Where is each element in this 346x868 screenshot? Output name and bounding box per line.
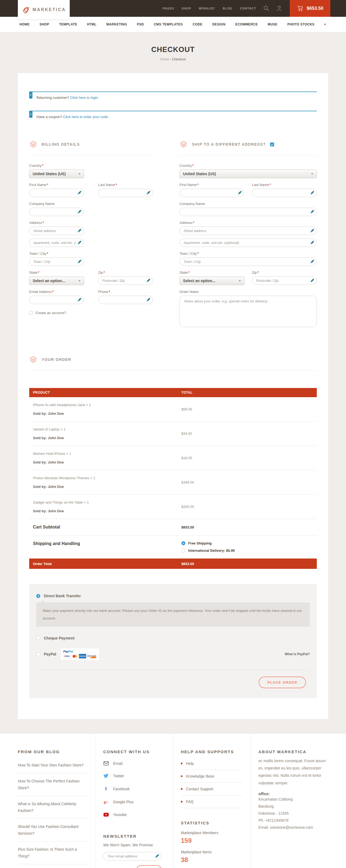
what-is-paypal-link[interactable]: What is PayPal? (285, 652, 310, 656)
header-nav-wishlist[interactable]: WISHLIST (199, 7, 215, 10)
place-order-button[interactable]: PLACE ORDER (259, 677, 306, 688)
search-icon[interactable] (263, 5, 269, 11)
edit-icon (310, 228, 314, 233)
free-shipping-label[interactable]: Free Shipping (188, 541, 212, 545)
blog-column-title: FROM OUR BLOG (18, 749, 88, 754)
knowledge-base-link[interactable]: Knowladge Base (181, 770, 243, 783)
header-nav-blog[interactable]: BLOG (223, 7, 233, 10)
youtube-link[interactable]: Youtube (103, 808, 166, 821)
more-chevrons-icon[interactable]: » (323, 23, 327, 26)
coupon-link[interactable]: Click here to enter your code (63, 115, 108, 119)
shipping-country-select[interactable]: United States (US) (179, 169, 317, 178)
header-nav-contact[interactable]: CONTACT (240, 7, 256, 10)
billing-phone-input[interactable] (98, 296, 153, 304)
create-account-label[interactable]: Create an account? (35, 311, 66, 315)
paypal-radio[interactable] (36, 652, 40, 656)
blog-post-link[interactable]: How To Choose The Perfect Fashion Store? (18, 773, 88, 796)
nav-shop[interactable]: SHOP (39, 23, 49, 26)
nav-home[interactable]: HOME (20, 23, 30, 26)
free-shipping-radio[interactable] (181, 541, 185, 545)
billing-email-input[interactable] (29, 296, 84, 304)
bank-transfer-label[interactable]: Direct Bank Transfer (44, 594, 81, 598)
stat-value: 159 (181, 837, 243, 844)
help-link[interactable]: Help (181, 757, 243, 770)
cheque-payment-radio[interactable] (36, 636, 40, 640)
order-notes-textarea[interactable] (179, 296, 317, 327)
shipping-state-select[interactable]: Select an option... (179, 276, 244, 285)
edit-icon (310, 191, 314, 195)
shipping-company-input[interactable] (179, 208, 317, 216)
blog-post-link[interactable]: What is So Alluring About Celebrity Fash… (18, 796, 88, 819)
facebook-link[interactable]: Facebook (103, 782, 166, 796)
nav-marketing[interactable]: MARKETING (106, 23, 127, 26)
bank-transfer-radio[interactable] (36, 594, 40, 598)
shipping-first-name-label: First Name* (179, 183, 244, 187)
blog-post-link[interactable]: Should You Use Fashion Consultant Servic… (18, 819, 88, 841)
nav-cms-templates[interactable]: CMS TEMPLATES (154, 23, 183, 26)
product-name: iPhone 5s with Headphones Jack × 1 (33, 403, 181, 407)
email-link[interactable]: Email (103, 757, 166, 770)
cheque-payment-label[interactable]: Cheque Payment (44, 636, 75, 640)
nav-ecommerce[interactable]: ECOMMERCE (236, 23, 258, 26)
billing-state-label: State* (29, 271, 84, 275)
site-footer: FROM OUR BLOG How To Start Your Own Fash… (0, 734, 346, 868)
order-row: Variant of Laptop × 1 Sold by: John Doe … (29, 422, 317, 446)
order-total-row: Order Total $653.50 (29, 559, 317, 569)
contact-support-link[interactable]: Contact Support (181, 783, 243, 796)
billing-town-input[interactable] (29, 257, 84, 266)
edit-icon (77, 241, 82, 245)
shipping-last-name-input[interactable] (252, 189, 317, 197)
brand-name: MARKETICA (33, 7, 66, 12)
international-delivery-radio[interactable] (181, 549, 185, 553)
shipping-first-name-input[interactable] (179, 189, 244, 197)
square-bullet-icon (181, 775, 182, 777)
square-bullet-icon (181, 801, 182, 803)
nav-template[interactable]: TEMPLATE (59, 23, 77, 26)
newsletter-email-input[interactable] (103, 852, 162, 861)
billing-street-input[interactable] (29, 227, 84, 235)
paypal-label[interactable]: PayPal (44, 652, 56, 656)
cart-total: $653.50 (307, 6, 323, 11)
cart-button[interactable]: $653.50 (290, 0, 330, 17)
billing-first-name-label: First Name* (29, 183, 84, 187)
order-total-label: Order Total (33, 562, 181, 566)
nav-photo-stocks[interactable]: PHOTO STOCKS (287, 23, 314, 26)
billing-zip-input[interactable] (98, 276, 153, 285)
billing-first-name-input[interactable] (29, 189, 84, 197)
logo[interactable]: MARKETICA (18, 0, 70, 20)
international-delivery-label[interactable]: International Delivery: $5.90 (188, 549, 235, 553)
nav-code[interactable]: CODE (193, 23, 203, 26)
create-account-checkbox[interactable] (29, 311, 33, 315)
column-total: TOTAL (181, 391, 313, 395)
billing-country-select[interactable]: United States (US) (29, 169, 84, 178)
checkout-card: Returning customer? Click here to login … (18, 73, 328, 719)
google-plus-link[interactable]: Google Plus (103, 796, 166, 808)
nav-psd[interactable]: PSD (137, 23, 144, 26)
nav-html[interactable]: HTML (87, 23, 97, 26)
breadcrumb-home[interactable]: Home (160, 57, 169, 61)
shipping-street-input[interactable] (179, 227, 317, 235)
faq-link[interactable]: FAQ (181, 796, 243, 808)
shipping-country-label: Country* (179, 163, 317, 167)
nav-design[interactable]: DESIGN (212, 23, 226, 26)
login-link[interactable]: Click here to login (70, 96, 98, 100)
twitter-link[interactable]: Twitter (103, 770, 166, 782)
billing-state-select[interactable]: Select an option... (29, 276, 84, 285)
signup-button[interactable]: SIGN UP (136, 865, 162, 868)
user-icon[interactable] (276, 5, 282, 11)
amex-logo (79, 654, 86, 658)
billing-company-input[interactable] (29, 208, 84, 216)
blog-post-link[interactable]: How To Start Your Own Fashion Store? (18, 757, 88, 774)
nav-muse[interactable]: MUSE (268, 23, 277, 26)
header-nav-pages[interactable]: PAGES (163, 7, 174, 10)
shipping-zip-input[interactable] (252, 276, 317, 285)
billing-last-name-input[interactable] (98, 189, 153, 197)
blog-post-link[interactable]: Plus Size Fashion: Is There Such a Thing… (18, 841, 88, 864)
shipping-apartment-input[interactable] (179, 239, 317, 247)
header-nav-shop[interactable]: SHOP (182, 7, 191, 10)
shipping-town-input[interactable] (179, 257, 317, 266)
breadcrumb: Home › Checkout (0, 57, 346, 61)
shipping-state-value: Select an option... (183, 279, 215, 283)
billing-apartment-input[interactable] (29, 239, 84, 247)
ship-different-checkbox[interactable] (270, 143, 274, 147)
